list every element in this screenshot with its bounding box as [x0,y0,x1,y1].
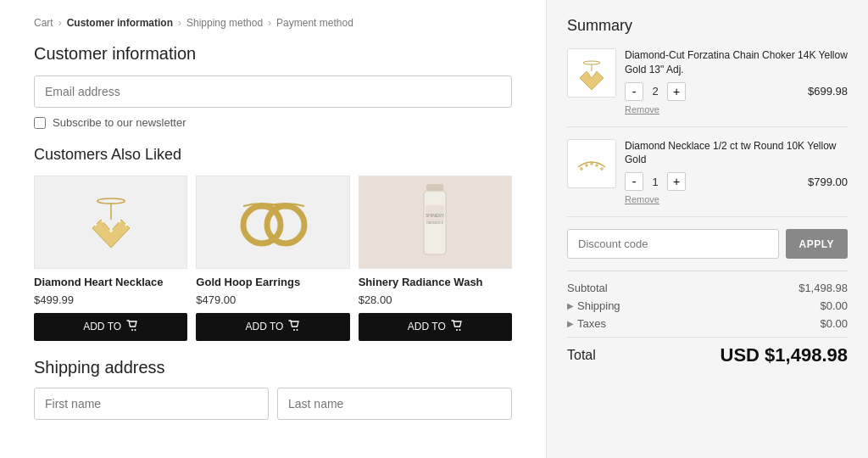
svg-point-22 [581,167,583,170]
svg-point-0 [97,198,125,204]
item-price-2: $799.00 [808,176,848,188]
svg-point-23 [586,164,588,166]
svg-point-4 [118,221,120,223]
shipping-value: $0.00 [820,299,848,312]
svg-point-18 [456,329,458,331]
newsletter-checkbox[interactable] [34,117,46,129]
svg-rect-13 [426,184,443,191]
breadcrumb-sep-2: › [178,17,181,29]
breadcrumb-current: Customer information [67,17,173,29]
svg-point-26 [601,167,604,170]
product-card-2: Gold Hoop Earrings $479.00 ADD TO [196,176,349,341]
taxes-arrow-icon: ▶ [567,319,574,328]
taxes-value: $0.00 [820,317,848,330]
summary-title: Summary [567,17,848,35]
summary-price-line-1: - 2 + $699.98 [625,82,848,101]
customer-info-title: Customer information [34,44,512,64]
qty-increase-2[interactable]: + [667,172,686,191]
svg-text:SHINERY: SHINERY [426,213,445,218]
svg-point-7 [131,329,133,331]
svg-text:RADIANCE: RADIANCE [426,221,444,225]
remove-link-1[interactable]: Remove [625,104,848,114]
product-img-3: SHINERY RADIANCE [359,176,512,269]
add-to-btn-1[interactable]: ADD TO [34,313,187,341]
product-name-2: Gold Hoop Earrings [196,276,349,290]
svg-point-8 [135,329,136,331]
also-liked-title: Customers Also Liked [34,146,512,164]
cart-icon-2 [288,320,300,334]
product-card-3: SHINERY RADIANCE Shinery Radiance Wash $… [359,176,512,341]
svg-point-25 [596,164,598,166]
product-img-1 [34,176,187,269]
discount-row: APPLY [567,229,848,259]
summary-thumb-1 [567,48,616,98]
qty-controls-2: - 1 + [625,172,686,191]
cart-icon-3 [451,320,463,334]
total-final-row: Total USD $1,498.98 [567,337,848,366]
newsletter-label: Subscribe to our newsletter [53,116,186,129]
svg-point-2 [94,224,97,226]
qty-increase-1[interactable]: + [667,82,686,101]
totals-section: Subtotal $1,498.98 ▶ Shipping $0.00 ▶ Ta… [567,271,848,366]
product-price-2: $479.00 [196,293,349,306]
first-name-field[interactable] [34,388,269,420]
total-label: Total [567,348,596,363]
last-name-field[interactable] [277,388,512,420]
product-card-1: Diamond Heart Necklace $499.99 ADD TO [34,176,187,341]
shipping-label: Shipping [577,299,620,312]
apply-button[interactable]: APPLY [786,229,848,259]
qty-controls-1: - 2 + [625,82,686,101]
shipping-label-wrapper: ▶ Shipping [567,299,620,312]
taxes-row: ▶ Taxes $0.00 [567,317,848,330]
svg-point-5 [125,224,127,226]
breadcrumb-shipping[interactable]: Shipping method [186,17,263,29]
svg-point-6 [109,229,113,232]
summary-details-2: Diamond Necklace 1/2 ct tw Round 10K Yel… [625,139,848,205]
summary-thumb-2 [567,139,616,188]
taxes-label: Taxes [577,317,606,330]
qty-decrease-1[interactable]: - [625,82,643,101]
summary-item-name-2: Diamond Necklace 1/2 ct tw Round 10K Yel… [625,139,848,168]
shipping-row: ▶ Shipping $0.00 [567,299,848,312]
qty-decrease-2[interactable]: - [625,172,643,191]
subtotal-label: Subtotal [567,282,608,294]
summary-panel: Summary Diamond-Cut Forzatina Chain Chok… [546,0,868,458]
svg-point-3 [101,221,103,223]
summary-item-2: Diamond Necklace 1/2 ct tw Round 10K Yel… [567,139,848,218]
summary-price-line-2: - 1 + $799.00 [625,172,848,191]
summary-details-1: Diamond-Cut Forzatina Chain Choker 14K Y… [625,48,848,114]
subtotal-row: Subtotal $1,498.98 [567,282,848,294]
cart-icon-1 [126,320,138,334]
shipping-address-title: Shipping address [34,358,512,377]
remove-link-2[interactable]: Remove [625,194,848,204]
qty-value-2: 1 [648,176,662,188]
svg-point-20 [583,61,600,64]
total-value: USD $1,498.98 [721,344,848,366]
discount-code-input[interactable] [567,229,779,259]
svg-point-11 [293,329,295,331]
breadcrumb-cart[interactable]: Cart [34,17,53,29]
breadcrumb: Cart › Customer information › Shipping m… [34,17,512,29]
breadcrumb-payment[interactable]: Payment method [276,17,353,29]
summary-item-1: Diamond-Cut Forzatina Chain Choker 14K Y… [567,48,848,127]
qty-value-1: 2 [648,85,662,98]
svg-point-10 [267,206,304,243]
item-price-1: $699.98 [808,85,848,98]
product-name-3: Shinery Radiance Wash [359,276,512,290]
add-to-btn-2[interactable]: ADD TO [196,313,349,341]
product-name-1: Diamond Heart Necklace [34,276,187,290]
breadcrumb-sep-3: › [268,17,271,29]
product-price-3: $28.00 [359,293,512,306]
shipping-arrow-icon: ▶ [567,301,574,310]
email-field[interactable] [34,75,512,108]
products-grid: Diamond Heart Necklace $499.99 ADD TO [34,176,512,341]
add-to-btn-3[interactable]: ADD TO [359,313,512,341]
svg-point-19 [459,329,460,331]
svg-point-24 [591,162,593,165]
breadcrumb-sep-1: › [58,17,62,29]
product-img-2 [196,176,349,269]
svg-point-12 [297,329,298,331]
summary-item-name-1: Diamond-Cut Forzatina Chain Choker 14K Y… [625,48,848,77]
name-row [34,388,512,420]
subtotal-value: $1,498.98 [798,282,848,294]
